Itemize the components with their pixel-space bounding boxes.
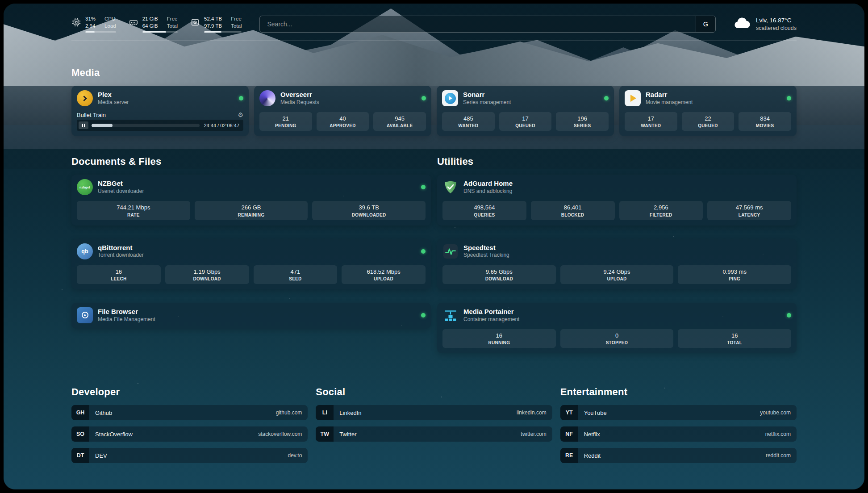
section-social: Social LI LinkedIn linkedin.com TW Twitt… bbox=[316, 386, 552, 469]
bookmark-twitter[interactable]: TW Twitter twitter.com bbox=[316, 426, 552, 442]
search-input[interactable] bbox=[260, 16, 696, 32]
bookmark-linkedin[interactable]: LI LinkedIn linkedin.com bbox=[316, 405, 552, 420]
pause-button[interactable] bbox=[79, 121, 88, 129]
card-portainer[interactable]: Media Portainer Container management 16 … bbox=[437, 303, 797, 353]
snow-particles bbox=[4, 4, 4, 4]
dashboard-window: 31% 2.94 CPU Load bbox=[4, 4, 864, 489]
cpu-progress-fill bbox=[85, 31, 95, 33]
status-dot bbox=[421, 96, 426, 100]
stat-value: 16 bbox=[444, 332, 554, 339]
stat-label: MOVIES bbox=[740, 123, 789, 128]
bookmark-youtube[interactable]: YT YouTube youtube.com bbox=[560, 405, 797, 420]
cpu-percent: 31% bbox=[85, 15, 96, 22]
bookmark-domain: github.com bbox=[276, 409, 308, 416]
memory-free: 21 GiB bbox=[142, 15, 158, 22]
stat-label: QUEUED bbox=[501, 123, 550, 128]
playback-progress-track[interactable] bbox=[92, 124, 200, 127]
stat-value: 744.21 Mbps bbox=[79, 204, 188, 211]
stat-value: 0.993 ms bbox=[680, 268, 789, 276]
stat-label: QUERIES bbox=[444, 213, 525, 217]
memory-widget-body: 21 GiB 64 GiB Free Total bbox=[142, 15, 178, 33]
stat-leech: 16 LEECH bbox=[77, 265, 161, 284]
service-subtitle: Series management bbox=[463, 99, 599, 106]
disk-widget-body: 52.4 TB 97.9 TB Free Total bbox=[204, 15, 242, 33]
bookmark-domain: twitter.com bbox=[521, 431, 552, 437]
section-developer: Developer GH Github github.com SO StackO… bbox=[71, 386, 308, 469]
bookmark-domain: dev.to bbox=[288, 452, 308, 459]
card-nzbget[interactable]: nzbget NZBGet Usenet downloader 744.21 M… bbox=[71, 175, 431, 225]
stat-series: 196 SERIES bbox=[556, 112, 609, 131]
status-dot bbox=[421, 185, 426, 189]
stat-label: BLOCKED bbox=[533, 213, 613, 217]
now-playing-title: Bullet Train bbox=[77, 112, 238, 118]
stat-queued: 17 QUEUED bbox=[499, 112, 552, 131]
radarr-names: Radarr Movie management bbox=[646, 91, 782, 106]
stat-value: 485 bbox=[444, 115, 493, 122]
service-name: File Browser bbox=[98, 308, 416, 316]
search-bar: G bbox=[259, 16, 716, 33]
service-name: NZBGet bbox=[98, 180, 416, 188]
bookmark-abbr: LI bbox=[316, 405, 334, 420]
stat-value: 471 bbox=[255, 268, 336, 276]
stat-value: 17 bbox=[501, 115, 550, 122]
section-title-media: Media bbox=[71, 67, 797, 79]
stat-approved: 40 APPROVED bbox=[317, 112, 369, 131]
bookmark-abbr: TW bbox=[316, 426, 334, 442]
bookmarks-sections: Developer GH Github github.com SO StackO… bbox=[71, 386, 797, 469]
card-plex[interactable]: Plex Media server Bullet Train ⚙ bbox=[71, 86, 249, 136]
card-filebrowser[interactable]: File Browser Media File Management bbox=[71, 303, 431, 329]
bookmark-reddit[interactable]: RE Reddit reddit.com bbox=[560, 448, 797, 463]
disk-progress-fill bbox=[204, 31, 221, 33]
bookmark-stackoverflow[interactable]: SO StackOverflow stackoverflow.com bbox=[71, 426, 308, 442]
service-subtitle: DNS and adblocking bbox=[463, 188, 791, 195]
search-provider-button[interactable]: G bbox=[696, 16, 715, 32]
stat-label: FILTERED bbox=[621, 213, 701, 217]
sonarr-names: Sonarr Series management bbox=[463, 91, 599, 106]
stat-download: 1.19 Gbps DOWNLOAD bbox=[165, 265, 249, 284]
stat-downloaded: 39.6 TB DOWNLOADED bbox=[312, 201, 426, 220]
stat-rate: 744.21 Mbps RATE bbox=[77, 201, 190, 220]
adguard-names: AdGuard Home DNS and adblocking bbox=[463, 180, 791, 195]
memory-progress-track bbox=[142, 31, 178, 33]
stat-wanted: 17 WANTED bbox=[625, 112, 677, 131]
bookmark-abbr: SO bbox=[71, 426, 89, 442]
memory-icon bbox=[129, 17, 138, 29]
card-qbittorrent[interactable]: qb qBittorrent Torrent downloader 16 LEE… bbox=[71, 239, 431, 289]
bookmark-netflix[interactable]: NF Netflix netflix.com bbox=[560, 426, 797, 442]
disk-progress-track bbox=[204, 31, 242, 33]
disk-widget: 52.4 TB 97.9 TB Free Total bbox=[190, 15, 242, 33]
bookmark-abbr: NF bbox=[560, 426, 578, 442]
bookmark-abbr: DT bbox=[71, 448, 89, 463]
card-overseerr[interactable]: Overseerr Media Requests 21 PENDING 40 A… bbox=[254, 86, 431, 136]
stat-total: 16 TOTAL bbox=[678, 329, 791, 348]
section-utilities: Utilities bbox=[437, 156, 797, 353]
stat-upload: 618.52 Mbps UPLOAD bbox=[342, 265, 426, 284]
stat-blocked: 86,401 BLOCKED bbox=[531, 201, 615, 220]
settings-gear-icon[interactable]: ⚙ bbox=[238, 111, 243, 118]
card-speedtest[interactable]: Speedtest Speedtest Tracking 9.65 Gbps D… bbox=[437, 239, 797, 289]
stats-row: 16 RUNNING 0 STOPPED 16 TOTAL bbox=[442, 329, 791, 348]
service-subtitle: Torrent downloader bbox=[98, 252, 416, 259]
card-sonarr[interactable]: Sonarr Series management 485 WANTED 17 Q… bbox=[437, 86, 614, 136]
card-adguard[interactable]: AdGuard Home DNS and adblocking 498,564 … bbox=[437, 175, 797, 225]
stat-value: 39.6 TB bbox=[314, 204, 424, 211]
stat-label: TOTAL bbox=[680, 340, 789, 345]
stats-row: 744.21 Mbps RATE 266 GB REMAINING 39.6 T… bbox=[77, 201, 426, 220]
stat-label: PENDING bbox=[261, 123, 310, 128]
bookmark-github[interactable]: GH Github github.com bbox=[71, 405, 308, 420]
bookmark-name: LinkedIn bbox=[339, 409, 361, 416]
card-radarr[interactable]: Radarr Movie management 17 WANTED 22 QUE… bbox=[619, 86, 797, 136]
playback-time: 24:44 / 02:06:47 bbox=[203, 123, 242, 128]
bookmark-dev[interactable]: DT DEV dev.to bbox=[71, 448, 308, 463]
stat-label: DOWNLOAD bbox=[167, 276, 247, 281]
section-title-social: Social bbox=[316, 386, 552, 398]
overseerr-icon bbox=[259, 90, 275, 106]
service-name: Sonarr bbox=[463, 91, 599, 99]
section-documents: Documents & Files nzbget NZBGet Usenet d… bbox=[71, 156, 431, 329]
status-dot bbox=[421, 313, 426, 318]
section-media: Media Plex Media server Bullet Train bbox=[71, 67, 797, 136]
cpu-label: CPU bbox=[104, 15, 116, 22]
filebrowser-names: File Browser Media File Management bbox=[98, 308, 416, 323]
memory-progress-fill bbox=[142, 31, 166, 33]
stat-filtered: 2,956 FILTERED bbox=[619, 201, 703, 220]
